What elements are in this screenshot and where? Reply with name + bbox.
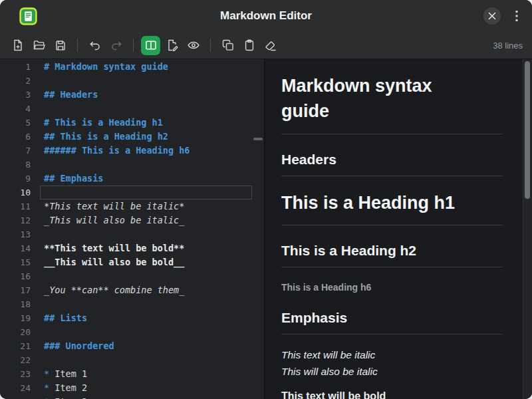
preview-text-line: This text will be bold — [281, 388, 503, 399]
window-title: Markdown Editor — [0, 9, 532, 23]
editor-line-18[interactable]: 18 — [0, 297, 264, 311]
close-icon — [488, 12, 496, 20]
preview-h2: Headers — [281, 152, 503, 176]
eye-icon — [187, 39, 200, 52]
preview-scrollbar[interactable] — [523, 59, 532, 399]
line-number: 6 — [0, 130, 31, 144]
editor-line-5[interactable]: 5# This is a Heading h1 — [0, 116, 264, 130]
line-content: ## This is a Heading h2 — [40, 130, 252, 144]
paste-button[interactable] — [239, 36, 259, 55]
new-file-button[interactable] — [8, 36, 27, 55]
menu-button[interactable] — [511, 9, 523, 23]
editor-line-15[interactable]: 15__This will also be bold__ — [0, 255, 264, 269]
open-folder-icon — [33, 39, 46, 52]
toolbar-separator — [133, 39, 134, 52]
preview-h2: This is a Heading h2 — [281, 243, 503, 267]
editor-scrollbar-thumb[interactable] — [253, 138, 263, 140]
editor-line-17[interactable]: 17_You **can** combine them_ — [0, 283, 264, 297]
close-button[interactable] — [483, 7, 501, 25]
editor-line-1[interactable]: 1# Markdown syntax guide — [0, 60, 264, 74]
line-content: * Item 1 — [40, 367, 252, 381]
preview-h1: This is a Heading h1 — [281, 191, 503, 226]
code-segment: Item 3 — [55, 396, 87, 399]
line-number: 18 — [0, 297, 31, 311]
new-file-icon — [11, 39, 25, 52]
save-file-button[interactable] — [51, 36, 70, 55]
code-segment: ### Unordered — [44, 340, 114, 351]
line-content — [40, 227, 252, 241]
preview-text-line: guide — [281, 99, 503, 124]
editor-line-11[interactable]: 11*This text will be italic* — [0, 200, 264, 213]
code-segment: Item 1 — [55, 368, 87, 379]
line-count-status: 38 lines — [493, 41, 524, 51]
line-content — [40, 353, 252, 367]
line-content: * Item 3 — [40, 395, 252, 399]
editor-line-8[interactable]: 8 — [0, 158, 264, 172]
editor-line-22[interactable]: 22 — [0, 353, 264, 367]
editor-mode-button[interactable] — [162, 36, 182, 55]
code-segment: * — [44, 396, 55, 399]
line-content: ### Unordered — [40, 339, 252, 353]
editor-line-13[interactable]: 13 — [0, 227, 264, 241]
line-number: 20 — [0, 325, 31, 339]
editor-line-21[interactable]: 21### Unordered — [0, 339, 264, 353]
editor-line-23[interactable]: 23* Item 1 — [0, 367, 264, 381]
toolbar-separator — [77, 39, 78, 52]
open-file-button[interactable] — [29, 36, 49, 55]
editor-line-20[interactable]: 20 — [0, 325, 264, 339]
line-number: 22 — [0, 353, 31, 367]
editor-pane[interactable]: 1# Markdown syntax guide23## Headers45# … — [0, 59, 265, 399]
line-number: 11 — [0, 200, 31, 213]
preview-pane: Markdown syntaxguideHeadersThis is a Hea… — [265, 59, 532, 399]
editor-line-24[interactable]: 24* Item 2 — [0, 381, 264, 395]
split-view-button[interactable] — [141, 36, 160, 55]
line-content — [40, 297, 252, 311]
editor-line-14[interactable]: 14**This text will be bold** — [0, 241, 264, 255]
line-number: 21 — [0, 339, 31, 353]
line-content — [40, 158, 252, 172]
line-content: # Markdown syntax guide — [40, 60, 252, 74]
editor-line-2[interactable]: 2 — [0, 74, 264, 88]
clear-button[interactable] — [261, 36, 280, 55]
preview-p: This text will be italicThis will also b… — [281, 346, 503, 380]
code-segment: ## Lists — [44, 313, 87, 323]
preview-scrollbar-thumb[interactable] — [525, 61, 530, 199]
code-segment: ## Headers — [44, 89, 98, 100]
kebab-menu-icon — [511, 9, 523, 23]
editor-line-12[interactable]: 12_This will also be italic_ — [0, 213, 264, 227]
editor-line-3[interactable]: 3## Headers — [0, 88, 264, 102]
line-content — [40, 325, 252, 339]
code-segment: _You **can** combine them_ — [44, 285, 184, 295]
undo-button[interactable] — [85, 36, 104, 55]
line-number: 19 — [0, 311, 31, 325]
code-segment: * — [44, 382, 55, 393]
line-number: 25 — [0, 395, 31, 399]
editor-line-25[interactable]: 25* Item 3 — [0, 395, 264, 399]
editor-line-9[interactable]: 9## Emphasis — [0, 172, 264, 186]
line-number: 2 — [0, 74, 31, 88]
redo-button[interactable] — [106, 36, 126, 55]
editor-line-7[interactable]: 7###### This is a Heading h6 — [0, 144, 264, 158]
editor-line-6[interactable]: 6## This is a Heading h2 — [0, 130, 264, 144]
code-segment: # Markdown syntax guide — [44, 61, 168, 72]
editor-line-4[interactable]: 4 — [0, 102, 264, 116]
editor-line-10[interactable]: 10 — [0, 186, 264, 200]
preview-h1: Markdown syntaxguide — [281, 74, 503, 134]
line-number: 23 — [0, 367, 31, 381]
undo-arrow-icon — [88, 39, 102, 52]
editor-line-16[interactable]: 16 — [0, 269, 264, 283]
line-content: ###### This is a Heading h6 — [40, 144, 252, 158]
line-content: __This will also be bold__ — [40, 255, 252, 269]
split-view-icon — [144, 39, 158, 52]
line-content: * Item 2 — [40, 381, 252, 395]
preview-h2: Emphasis — [281, 310, 503, 334]
preview-mode-button[interactable] — [184, 36, 203, 55]
preview-content: Markdown syntaxguideHeadersThis is a Hea… — [281, 59, 503, 399]
copy-button[interactable] — [218, 36, 237, 55]
toolbar: 38 lines — [0, 32, 532, 59]
line-number: 10 — [0, 186, 31, 200]
editor-line-19[interactable]: 19## Lists — [0, 311, 264, 325]
line-content: _You **can** combine them_ — [40, 283, 252, 297]
main-split: 1# Markdown syntax guide23## Headers45# … — [0, 59, 532, 399]
line-content: # This is a Heading h1 — [40, 116, 252, 130]
